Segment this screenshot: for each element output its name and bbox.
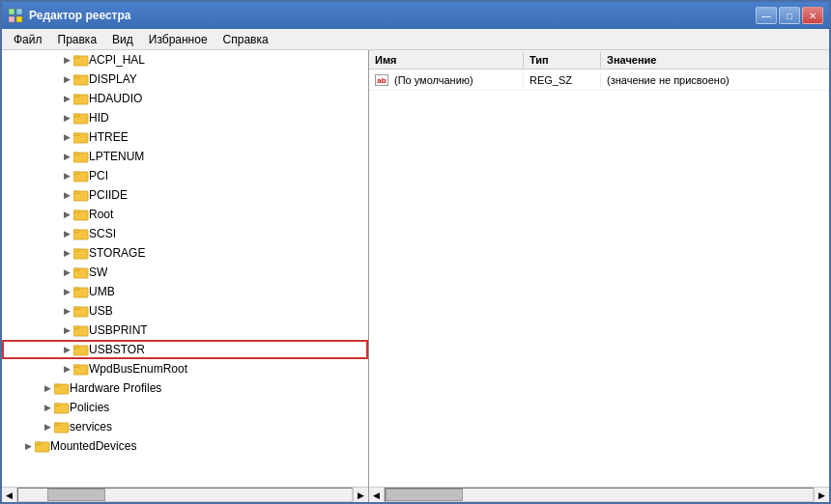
expand-icon: ▶ [60,208,73,221]
expand-icon: ▶ [60,246,73,260]
expand-icon: ▶ [60,362,73,376]
svg-rect-19 [73,191,79,194]
tree-item-policies[interactable]: ▶ Policies [2,398,368,417]
svg-rect-45 [35,442,41,445]
expand-icon: ▶ [60,285,73,298]
close-button[interactable]: ✕ [802,7,823,24]
tree-label: USBSTOR [89,343,145,356]
tree-item-hdaudio[interactable]: ▶ HDAUDIO [2,89,368,108]
main-content: ▶ ACPI_HAL ▶ DISPLAY [2,50,829,502]
svg-rect-3 [16,16,22,22]
menu-favorites[interactable]: Избранное [141,31,215,48]
svg-rect-43 [54,423,60,426]
tree-label: Policies [70,401,109,414]
hscroll-thumb[interactable] [47,489,105,501]
menu-edit[interactable]: Правка [50,31,105,48]
tree-item-sw[interactable]: ▶ SW [2,263,368,282]
values-header: Имя Тип Значение [369,50,829,70]
expand-icon: ▶ [60,343,73,356]
svg-rect-1 [16,9,22,14]
tree-label: HDAUDIO [89,92,142,105]
hscroll-track[interactable] [17,488,353,502]
values-hscroll-track[interactable] [385,488,814,502]
hscroll-left[interactable]: ◀ [2,488,17,502]
tree-scroll[interactable]: ▶ ACPI_HAL ▶ DISPLAY [2,50,368,487]
expand-icon: ▶ [41,381,54,395]
tree-item-storage[interactable]: ▶ STORAGE [2,243,368,263]
expand-icon: ▶ [41,420,54,434]
values-hscroll-thumb[interactable] [386,489,463,501]
folder-icon [54,381,70,395]
tree-item-lptenum[interactable]: ▶ LPTENUM [2,147,368,166]
svg-rect-33 [73,326,79,329]
tree-item-hardware-profiles[interactable]: ▶ Hardware Profiles [2,378,368,398]
tree-label: PCI [89,169,108,182]
svg-rect-2 [9,16,14,22]
values-panel: Имя Тип Значение ab (По умолчанию) REG_S… [369,50,829,502]
menu-view[interactable]: Вид [104,31,141,48]
tree-item-scsi[interactable]: ▶ SCSI [2,224,368,243]
tree-item-usbprint[interactable]: ▶ USBPRINT [2,321,368,340]
svg-rect-35 [73,346,79,349]
tree-label: USB [89,304,113,318]
menu-file[interactable]: Файл [6,31,50,48]
svg-rect-7 [73,75,79,78]
tree-label: UMB [89,285,115,298]
tree-label: SCSI [89,227,116,240]
values-hscrollbar[interactable]: ◀ ▶ [369,487,829,502]
expand-icon: ▶ [60,53,73,67]
expand-icon: ▶ [41,401,54,414]
window-title: Редактор реестра [29,9,756,22]
tree-item-pci[interactable]: ▶ PCI [2,166,368,185]
folder-icon [73,111,89,125]
folder-icon [73,188,89,202]
folder-icon [73,208,89,221]
value-name-text: (По умолчанию) [394,74,473,86]
svg-rect-37 [73,365,79,368]
tree-label: WpdBusEnumRoot [89,362,187,376]
maximize-button[interactable]: □ [779,7,800,24]
hscroll-right[interactable]: ▶ [353,488,368,502]
tree-label: STORAGE [89,246,145,260]
expand-icon: ▶ [60,72,73,86]
tree-item-services[interactable]: ▶ services [2,417,368,436]
tree-item-usb[interactable]: ▶ USB [2,301,368,321]
tree-item-hid[interactable]: ▶ HID [2,108,368,127]
svg-rect-15 [73,153,79,155]
svg-rect-11 [73,114,79,117]
value-data-default: (значение не присвоено) [601,72,829,88]
tree-label: services [70,420,112,434]
tree-item-display[interactable]: ▶ DISPLAY [2,70,368,89]
tree-label: HTREE [89,130,129,144]
folder-icon [73,266,89,279]
tree-hscrollbar[interactable]: ◀ ▶ [2,487,368,502]
folder-icon [73,150,89,163]
svg-rect-25 [73,249,79,252]
value-row-default[interactable]: ab (По умолчанию) REG_SZ (значение не пр… [369,70,829,91]
col-header-name: Имя [369,52,524,68]
folder-icon [73,169,89,182]
expand-icon: ▶ [60,111,73,125]
minimize-button[interactable]: — [756,7,777,24]
expand-icon: ▶ [60,323,73,337]
folder-icon [35,439,50,453]
values-hscroll-right[interactable]: ▶ [814,488,829,502]
tree-item-pciide[interactable]: ▶ PCIIDE [2,185,368,205]
folder-icon [73,92,89,105]
tree-item-mounted-devices[interactable]: ▶ MountedDevices [2,436,368,456]
expand-icon: ▶ [60,92,73,105]
tree-item-htree[interactable]: ▶ HTREE [2,127,368,147]
tree-item-usbstor[interactable]: ▶ USBSTOR [2,340,368,359]
tree-item-root[interactable]: ▶ Root [2,205,368,224]
svg-rect-41 [54,404,60,406]
values-hscroll-left[interactable]: ◀ [369,488,385,502]
tree-item-umb[interactable]: ▶ UMB [2,282,368,301]
svg-rect-5 [73,56,79,59]
svg-rect-23 [73,230,79,233]
menu-help[interactable]: Справка [215,31,276,48]
tree-item-acpi-hal[interactable]: ▶ ACPI_HAL [2,50,368,70]
folder-icon [73,53,89,67]
folder-icon [54,420,70,434]
tree-item-wpdbusenumroot[interactable]: ▶ WpdBusEnumRoot [2,359,368,378]
svg-rect-0 [9,9,14,14]
